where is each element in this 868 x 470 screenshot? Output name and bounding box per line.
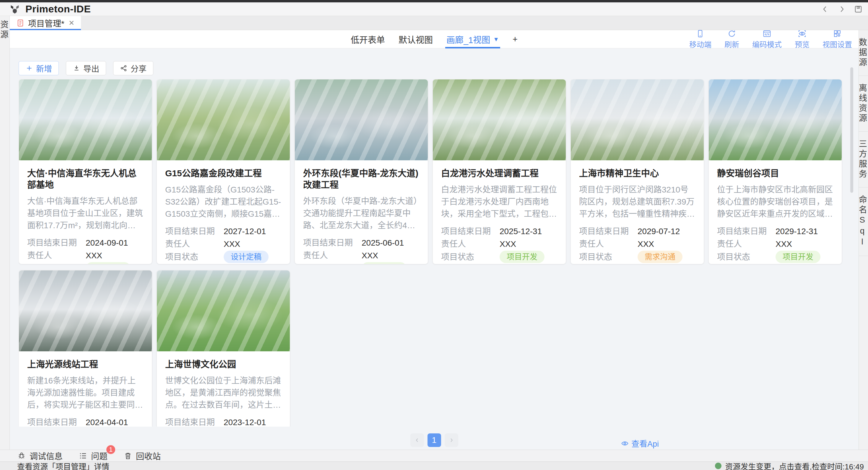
caret-down-icon[interactable]: ▼ xyxy=(493,36,499,43)
project-description: 位于上海市静安区市北高新园区核心位置的静安瑞创谷项目，是静安区近年来重点开发的区… xyxy=(717,183,833,220)
field-owner: 责任人XXX xyxy=(441,238,557,250)
toolbar-button-0[interactable]: 移动端 xyxy=(689,29,711,49)
project-title: 外环东段(华夏中路-龙东大道)改建工程 xyxy=(303,167,420,191)
toolbar-button-label: 视图设置 xyxy=(823,39,852,49)
export-button[interactable]: 导出 xyxy=(66,61,106,75)
owner-value: XXX xyxy=(362,249,378,262)
editor-tab-project-management[interactable]: 项目管理* ✕ xyxy=(10,16,81,30)
card-body: 上海光源线站工程新建16条光束线站，并提升上海光源加速器性能。项目建成后，将实现… xyxy=(19,351,152,427)
project-card-6[interactable]: 上海光源线站工程新建16条光束线站，并提升上海光源加速器性能。项目建成后，将实现… xyxy=(19,270,152,427)
project-card-2[interactable]: 外环东段(华夏中路-龙东大道)改建工程外环东段（华夏中路-龙东大道）交通功能提升… xyxy=(294,79,428,264)
status-badge: 需求沟通 xyxy=(638,250,682,263)
trash-icon xyxy=(123,451,132,460)
toolbar-button-2[interactable]: 编码模式 xyxy=(752,29,782,49)
end-date-value: 2027-12-01 xyxy=(224,225,266,237)
project-title: 大信·中信海直华东无人机总部基地 xyxy=(27,167,144,191)
view-toolbar-buttons: 移动端刷新编码模式预览视图设置 xyxy=(689,30,852,48)
bottom-panel-item-1[interactable]: 问题1 xyxy=(79,450,107,462)
toolbar-button-label: 移动端 xyxy=(689,39,711,49)
elevated-road-over-river-photo xyxy=(295,79,428,160)
field-label: 项目状态 xyxy=(303,263,362,265)
preview-eye-icon xyxy=(798,29,807,38)
project-card-3[interactable]: 白龙港污水处理调蓄工程白龙港污水处理调蓄工程工程位于白龙港污水处理厂内西南地块，… xyxy=(433,79,566,264)
nav-back-icon[interactable] xyxy=(821,5,830,13)
photo-texture xyxy=(571,79,704,160)
nav-forward-icon[interactable] xyxy=(837,5,846,13)
field-end-date: 项目结束日期2029-07-12 xyxy=(579,225,695,237)
photo-texture xyxy=(157,79,290,160)
vertical-scrollbar[interactable] xyxy=(850,67,853,193)
share-button[interactable]: 分享 xyxy=(113,61,153,75)
titlebar: Primeton-IDE xyxy=(0,2,868,16)
left-rail-item-0[interactable]: 资源 xyxy=(0,16,9,48)
right-rail-item-1[interactable]: 离线资源 xyxy=(859,76,868,132)
right-rail-item-3[interactable]: 命名Sql xyxy=(859,188,868,256)
page-prev-button[interactable] xyxy=(410,433,424,447)
field-label: 责任人 xyxy=(579,238,638,250)
add-button[interactable]: 新增 xyxy=(19,61,59,75)
hospital-tower-photo xyxy=(571,79,704,160)
view-tab-label: 默认视图 xyxy=(399,33,433,45)
photo-texture xyxy=(19,270,152,351)
view-api-link[interactable]: 查看Api xyxy=(621,438,659,449)
field-status: 项目状态需求沟通 xyxy=(579,250,695,263)
owner-value: XXX xyxy=(224,238,240,250)
code-mode-icon xyxy=(763,29,771,38)
refresh-icon xyxy=(727,29,736,38)
end-date-value: 2023-12-01 xyxy=(224,416,266,427)
toolbar-button-1[interactable]: 刷新 xyxy=(724,29,739,49)
card-grid: 大信·中信海直华东无人机总部基地大信·中信海直华东无人机总部基地项目位于金山工业… xyxy=(19,79,843,427)
view-tab-1[interactable]: 默认视图 xyxy=(399,30,433,48)
owner-value: XXX xyxy=(776,238,792,250)
status-badge: 项目开发 xyxy=(362,262,406,264)
project-card-1[interactable]: G15公路嘉金段改建工程G15公路嘉金段（G1503公路-S32公路）改扩建工程… xyxy=(157,79,290,264)
debug-icon xyxy=(17,451,26,460)
share-icon xyxy=(120,64,128,72)
project-card-5[interactable]: 静安瑞创谷项目位于上海市静安区市北高新园区核心位置的静安瑞创谷项目，是静安区近年… xyxy=(709,79,842,264)
view-tab-2[interactable]: 画廊_1视图▼ xyxy=(446,30,499,48)
right-rail-item-0[interactable]: 数据源 xyxy=(859,30,868,76)
card-body: 外环东段(华夏中路-龙东大道)改建工程外环东段（华夏中路-龙东大道）交通功能提升… xyxy=(295,160,428,264)
page-next-button[interactable] xyxy=(445,433,458,447)
project-card-0[interactable]: 大信·中信海直华东无人机总部基地大信·中信海直华东无人机总部基地项目位于金山工业… xyxy=(19,79,152,264)
gallery-content: 新增 导出 分享 大信·中信海直华东无人机总部基地大信·中信海直华东无人机总部基… xyxy=(10,48,859,449)
project-description: 大信·中信海直华东无人机总部基地项目位于金山工业区，建筑面积17.7万m²，规划… xyxy=(27,195,144,231)
field-end-date: 项目结束日期2025-06-01 xyxy=(303,237,420,249)
view-settings-icon xyxy=(833,29,842,38)
page-number-current[interactable]: 1 xyxy=(428,433,441,447)
field-label: 项目状态 xyxy=(165,251,224,263)
left-rail: 资源 xyxy=(0,16,10,449)
view-toolbar: 低开表单默认视图画廊_1视图▼+ 移动端刷新编码模式预览视图设置 xyxy=(10,30,859,48)
bottom-panel-item-2[interactable]: 回收站 xyxy=(123,450,161,462)
form-doc-icon xyxy=(16,19,25,27)
field-owner: 责任人XXX xyxy=(165,238,282,250)
right-rail-item-2[interactable]: 三方服务 xyxy=(859,132,868,188)
list-icon xyxy=(79,451,88,460)
status-badge: 项目开发 xyxy=(500,250,545,263)
view-tab-label: 低开表单 xyxy=(351,33,385,45)
close-icon[interactable]: ✕ xyxy=(68,19,74,27)
editor-tab-label: 项目管理* xyxy=(28,17,64,29)
save-icon[interactable] xyxy=(854,5,863,13)
right-rail: 数据源离线资源三方服务命名Sql xyxy=(859,30,868,449)
owner-value: XXX xyxy=(638,238,654,250)
photo-texture xyxy=(709,79,842,160)
view-api-label: 查看Api xyxy=(631,438,659,449)
view-tab-3[interactable]: + xyxy=(513,30,518,48)
project-title: 上海光源线站工程 xyxy=(27,359,144,370)
view-tab-0[interactable]: 低开表单 xyxy=(351,30,385,48)
field-end-date: 项目结束日期2027-12-01 xyxy=(165,225,282,237)
card-body: 大信·中信海直华东无人机总部基地大信·中信海直华东无人机总部基地项目位于金山工业… xyxy=(19,160,152,264)
project-card-4[interactable]: 上海市精神卫生中心项目位于闵行区沪闵路3210号院区内，规划总建筑面积7.39万… xyxy=(570,79,704,264)
bottom-panel-item-0[interactable]: 调试信息 xyxy=(17,450,63,462)
status-right[interactable]: 资源发生变更，点击查看,检查时间:16:49 xyxy=(715,461,864,470)
aerial-industrial-campus-photo xyxy=(19,79,152,160)
field-label: 项目结束日期 xyxy=(441,225,500,237)
project-title: 白龙港污水处理调蓄工程 xyxy=(441,167,557,179)
toolbar-button-label: 预览 xyxy=(795,39,809,49)
toolbar-button-4[interactable]: 视图设置 xyxy=(823,29,852,49)
toolbar-button-3[interactable]: 预览 xyxy=(795,29,809,49)
editor-tabstrip: 项目管理* ✕ xyxy=(10,16,868,30)
project-card-7[interactable]: 上海世博文化公园世博文化公园位于上海浦东后滩地区，是黄浦江西岸的视觉聚焦点。在过… xyxy=(157,270,290,427)
status-left-text[interactable]: 查看资源「项目管理」详情 xyxy=(17,461,109,470)
